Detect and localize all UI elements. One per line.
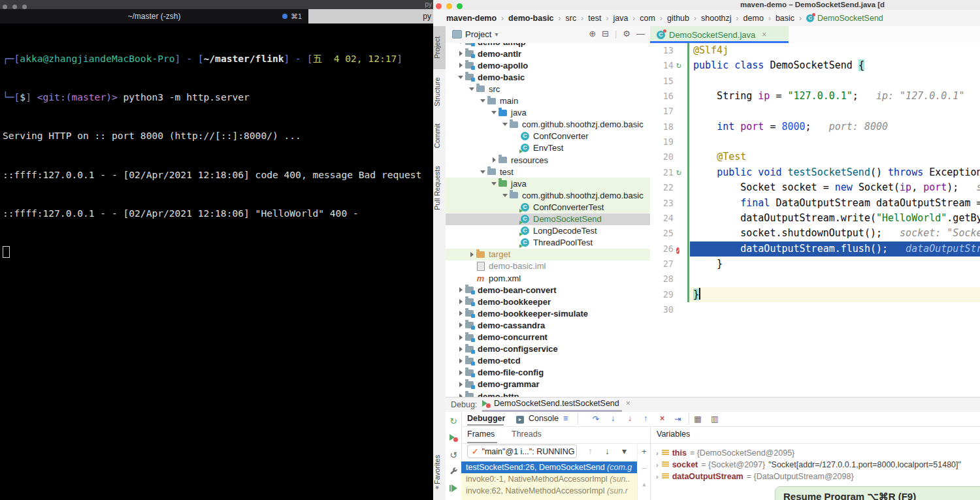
add-watch-icon[interactable]: + [638, 447, 651, 456]
chevron-down-icon[interactable] [491, 111, 497, 114]
code-line-14[interactable]: 14↻public class DemoSocketSend { [650, 58, 980, 73]
code-line-18[interactable]: 18 int port = 8000; port: 8000 [650, 119, 980, 134]
terminal-output[interactable]: ┌─[akka@zhangjiandeMacBook-Pro] - [~/mas… [3, 26, 433, 285]
tree-item-demo-bookkeeper-simulate[interactable]: demo-bookkeeper-simulate [446, 307, 650, 319]
filter-icon[interactable]: ▾ [622, 446, 627, 456]
frame-row-2[interactable]: invoke:62, NativeMethodAccessorImpl (sun… [461, 485, 637, 497]
tree-item-threadpooltest[interactable]: CThreadPoolTest [446, 237, 650, 249]
code-line-20[interactable]: 20 @Test [650, 149, 980, 164]
chevron-right-icon[interactable] [457, 382, 464, 387]
chevron-down-icon[interactable] [502, 194, 508, 197]
traffic-light-minimize-icon[interactable] [12, 5, 17, 9]
tree-item-demo-etcd[interactable]: demo-etcd [446, 355, 650, 367]
tab-threads[interactable]: Threads [512, 430, 542, 439]
chevron-down-icon[interactable] [468, 87, 475, 91]
tree-item-test[interactable]: test [446, 166, 650, 178]
frame-down-icon[interactable]: ↓ [605, 446, 610, 456]
tree-item-demosocketsend[interactable]: CDemoSocketSend [446, 213, 650, 225]
sidebar-item-structure[interactable]: Structure [433, 68, 446, 116]
traffic-light-close-icon[interactable] [436, 3, 442, 9]
ide-titlebar[interactable]: maven-demo – DemoSocketSend.java [d [433, 0, 980, 10]
tree-item-com-github-shoothzj-demo-basic[interactable]: com.github.shoothzj.demo.basic [446, 189, 650, 201]
sidebar-item-project[interactable]: Project [433, 26, 446, 69]
variable-row-dataoutputstream[interactable]: ›dataOutputStream = {DataOutputStream@20… [656, 471, 980, 482]
code-line-17[interactable]: 17 [650, 104, 980, 119]
frame-row-0[interactable]: testSocketSend:26, DemoSocketSend (com.g [461, 461, 637, 473]
chevron-right-icon[interactable] [457, 63, 464, 68]
code-line-29[interactable]: 29} [650, 287, 980, 302]
tree-item-main[interactable]: main [446, 95, 650, 107]
chevron-right-icon[interactable] [457, 347, 464, 352]
tree-item-demo-http[interactable]: demo-http [446, 390, 650, 397]
tree-item-demo-bean-convert[interactable]: demo-bean-convert [446, 284, 650, 296]
code-line-28[interactable]: 28 [650, 272, 980, 287]
traffic-light-zoom-icon[interactable] [457, 3, 463, 9]
tab-frames[interactable]: Frames [467, 430, 495, 439]
breadcrumb-item-java[interactable]: java [613, 14, 628, 23]
tree-item-demo-file-config[interactable]: demo-file-config [446, 367, 650, 379]
drop-frame-icon[interactable]: × [660, 414, 664, 423]
code-line-23[interactable]: 23 final DataOutputStream dataOutputStre… [650, 196, 980, 211]
code-line-30[interactable]: 30 [650, 302, 980, 317]
tree-item-java[interactable]: java [446, 107, 650, 119]
tree-item-demo-cassandra[interactable]: demo-cassandra [446, 319, 650, 331]
code-line-15[interactable]: 15 [650, 74, 980, 89]
traffic-light-close-icon[interactable] [3, 5, 7, 9]
tab-console[interactable]: Console [529, 414, 559, 423]
code-line-24[interactable]: 24 dataOutputStream.write("HelloWorld".g… [650, 211, 980, 226]
step-over-icon[interactable]: ↷ [593, 414, 599, 424]
tree-item-src[interactable]: src [446, 83, 650, 95]
chevron-down-icon[interactable] [457, 43, 464, 44]
resume-icon[interactable] [446, 484, 461, 494]
chevron-down-icon[interactable] [457, 76, 464, 79]
chevron-right-icon[interactable] [491, 157, 497, 163]
step-out-icon[interactable]: ↑ [644, 414, 647, 423]
variable-row-socket[interactable]: ›socket = {Socket@2097} "Socket[addr=/12… [656, 459, 980, 471]
thread-dropdown[interactable]: ✓ "main"@1 i...": RUNNING ▾ [467, 445, 577, 458]
code-line-21[interactable]: 21↻ public void testSocketSend() throws … [650, 165, 980, 180]
rerun-icon[interactable]: ↻ [446, 416, 461, 426]
tree-item-envtest[interactable]: CEnvTest [446, 142, 650, 154]
code-line-26[interactable]: 26✓ dataOutputStream.flush(); dataOutput… [650, 242, 980, 257]
chevron-right-icon[interactable] [457, 322, 464, 328]
chevron-down-icon[interactable] [480, 170, 486, 174]
terminal-tab-active[interactable]: ~/master (-zsh) ⌘1 [0, 9, 308, 23]
chevron-right-icon[interactable] [457, 311, 464, 316]
step-into-icon[interactable]: ↓ [611, 414, 615, 423]
breadcrumb-item-basic[interactable]: basic [776, 14, 794, 23]
close-icon[interactable]: × [762, 30, 766, 39]
chevron-down-icon[interactable] [480, 99, 486, 102]
variable-row-this[interactable]: ›this = {DemoSocketSend@2095} [656, 447, 980, 459]
chevron-down-icon[interactable] [502, 123, 508, 126]
code-editor[interactable]: 13@Slf4j14↻public class DemoSocketSend {… [650, 43, 980, 397]
breadcrumb-item-github[interactable]: github [667, 14, 689, 23]
breadcrumb-item-test[interactable]: test [588, 14, 601, 23]
breadcrumb-item-com[interactable]: com [640, 14, 655, 23]
chevron-right-icon[interactable]: › [656, 473, 659, 480]
tree-item-demo-basic[interactable]: demo-basic [446, 71, 650, 83]
chevron-right-icon[interactable] [457, 299, 464, 304]
code-line-22[interactable]: 22 Socket socket = new Socket(ip, port);… [650, 180, 980, 195]
code-line-25[interactable]: 25 socket.shutdownOutput(); socket: "Soc… [650, 226, 980, 241]
chevron-right-icon[interactable] [457, 370, 464, 375]
tree-item-demo-concurrent[interactable]: demo-concurrent [446, 332, 650, 343]
traffic-light-minimize-icon[interactable] [446, 3, 452, 9]
chevron-right-icon[interactable] [457, 358, 464, 364]
force-step-into-icon[interactable]: ↓ [628, 414, 632, 423]
remove-watch-icon[interactable]: − [638, 464, 651, 473]
scroll-up-icon[interactable]: ▲ [638, 481, 651, 488]
code-line-13[interactable]: 13@Slf4j [650, 43, 980, 58]
terminal-titlebar[interactable]: py [0, 0, 433, 9]
debug-session-tab[interactable]: DemoSocketSend.testSocketSend × [482, 399, 630, 408]
wrench-icon[interactable] [446, 467, 461, 475]
gear-icon[interactable]: ⚙ [623, 29, 630, 39]
breadcrumb-item-shoothzj[interactable]: shoothzj [701, 14, 732, 23]
sidebar-item-commit[interactable]: Commit [433, 115, 446, 157]
sidebar-item-favorites[interactable]: ★Favorites [433, 444, 446, 500]
layout-settings-icon[interactable]: ▥ [711, 414, 719, 424]
tree-item-demo-grammar[interactable]: demo-grammar [446, 379, 650, 390]
tree-item-demo-bookkeeper[interactable]: demo-bookkeeper [446, 296, 650, 307]
traffic-light-zoom-icon[interactable] [22, 5, 27, 9]
tree-item-com-github-shoothzj-demo-basic[interactable]: com.github.shoothzj.demo.basic [446, 119, 650, 131]
code-line-19[interactable]: 19 [650, 134, 980, 149]
